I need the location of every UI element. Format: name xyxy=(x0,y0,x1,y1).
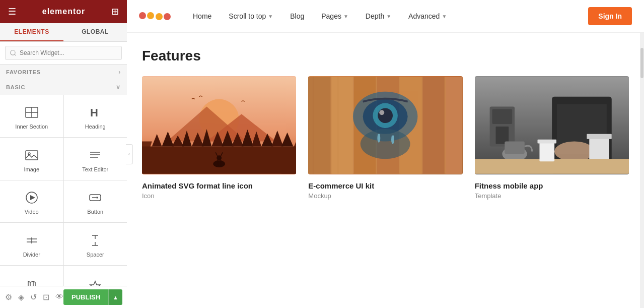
widget-text-editor[interactable]: Text Editor xyxy=(64,138,127,180)
basic-label: BASIC xyxy=(6,84,25,90)
search-input[interactable] xyxy=(5,46,122,60)
card-2-title: E-commerce UI kit xyxy=(308,181,462,190)
image-icon xyxy=(24,147,40,163)
favorites-header[interactable]: FAVORITES › xyxy=(0,65,127,80)
card-3-illustration xyxy=(475,76,629,174)
logo-dots xyxy=(139,12,171,20)
svg-rect-48 xyxy=(220,160,222,165)
advanced-arrow: ▼ xyxy=(442,14,447,19)
svg-text:H: H xyxy=(90,106,98,119)
svg-rect-74 xyxy=(495,127,509,144)
svg-rect-73 xyxy=(492,109,512,124)
svg-rect-76 xyxy=(505,142,525,154)
nav-scroll-to-top[interactable]: Scroll to top ▼ xyxy=(222,8,280,24)
logo-dot-4 xyxy=(164,13,171,20)
svg-point-66 xyxy=(380,110,385,115)
card-2-image xyxy=(308,76,462,174)
pages-arrow: ▼ xyxy=(343,14,348,19)
widget-spacer-label: Spacer xyxy=(87,252,104,258)
main-content: Home Scroll to top ▼ Blog Pages ▼ Depth … xyxy=(127,0,644,308)
svg-point-46 xyxy=(213,160,225,167)
publish-arrow-button[interactable]: ▲ xyxy=(108,289,122,305)
scrollbar-track[interactable] xyxy=(640,33,644,308)
widget-button[interactable]: Button xyxy=(64,180,127,223)
svg-rect-58 xyxy=(423,77,445,174)
widget-spacer[interactable]: Spacer xyxy=(64,223,127,265)
nav-bar: Home Scroll to top ▼ Blog Pages ▼ Depth … xyxy=(127,0,644,33)
widget-inner-section-label: Inner Section xyxy=(15,124,48,130)
features-title: Features xyxy=(142,48,629,64)
nav-depth[interactable]: Depth ▼ xyxy=(359,8,398,24)
svg-marker-10 xyxy=(30,195,35,200)
nav-advanced[interactable]: Advanced ▼ xyxy=(401,8,454,24)
tab-global[interactable]: Global xyxy=(63,23,127,41)
favorites-label: FAVORITES xyxy=(6,69,41,75)
card-2-illustration xyxy=(308,76,462,174)
logo-dot-3 xyxy=(156,13,163,20)
svg-rect-78 xyxy=(587,134,611,139)
grid-icon[interactable]: ⊞ xyxy=(111,6,119,17)
logo-dot-1 xyxy=(139,12,146,19)
inner-section-icon xyxy=(24,104,40,120)
card-1[interactable]: Animated SVG format line icon Icon xyxy=(142,76,296,200)
widget-inner-section[interactable]: Inner Section xyxy=(0,95,63,137)
hamburger-icon[interactable]: ☰ xyxy=(8,6,16,17)
svg-point-65 xyxy=(378,108,393,123)
svg-rect-80 xyxy=(539,142,554,162)
favorites-chevron: › xyxy=(118,69,121,76)
scrollbar-thumb[interactable] xyxy=(640,48,643,78)
text-editor-icon xyxy=(87,147,103,163)
search-bar xyxy=(0,42,127,65)
settings-icon[interactable]: ⚙ xyxy=(5,292,12,302)
nav-pages[interactable]: Pages ▼ xyxy=(314,8,355,24)
svg-rect-81 xyxy=(537,140,556,144)
svg-point-71 xyxy=(554,142,594,162)
card-3[interactable]: Fitness mobile app Template xyxy=(475,76,629,200)
history-icon[interactable]: ↺ xyxy=(30,292,37,302)
basic-header[interactable]: BASIC ∨ xyxy=(0,80,127,95)
elementor-logo: elementor xyxy=(42,7,85,16)
sidebar-header: ☰ elementor ⊞ xyxy=(0,0,127,23)
card-1-illustration xyxy=(142,76,296,174)
scroll-to-top-arrow: ▼ xyxy=(268,14,273,19)
responsive-icon[interactable]: ⊡ xyxy=(43,292,49,302)
nav-blog[interactable]: Blog xyxy=(283,8,311,24)
bottom-toolbar: ⚙ ◈ ↺ ⊡ 👁 PUBLISH ▲ xyxy=(0,286,127,308)
widget-video-label: Video xyxy=(25,209,39,215)
page-content: Features xyxy=(127,33,644,308)
nav-home[interactable]: Home xyxy=(186,8,219,24)
card-1-title: Animated SVG format line icon xyxy=(142,181,296,190)
card-2-subtitle: Mockup xyxy=(308,192,462,200)
svg-rect-49 xyxy=(216,161,217,165)
svg-rect-54 xyxy=(332,77,353,174)
svg-rect-53 xyxy=(308,77,330,174)
nav-logo xyxy=(139,12,171,20)
svg-point-67 xyxy=(361,129,410,159)
video-icon xyxy=(24,190,40,206)
widget-image-label: Image xyxy=(24,166,39,172)
svg-marker-13 xyxy=(97,196,98,199)
widget-image[interactable]: Image xyxy=(0,138,63,180)
cards-grid: Animated SVG format line icon Icon xyxy=(142,76,629,200)
card-2[interactable]: E-commerce UI kit Mockup xyxy=(308,76,462,200)
widgets-grid: Inner Section H Heading Image Text Edito… xyxy=(0,95,127,308)
widget-heading[interactable]: H Heading xyxy=(64,95,127,137)
tab-elements[interactable]: Elements xyxy=(0,23,63,41)
preview-icon[interactable]: 👁 xyxy=(55,292,63,302)
widget-heading-label: Heading xyxy=(85,124,106,130)
collapse-handle[interactable]: ‹ xyxy=(126,144,133,164)
logo-dot-2 xyxy=(147,12,154,19)
bottom-toolbar-left: ⚙ ◈ ↺ ⊡ 👁 xyxy=(5,292,63,302)
widget-divider[interactable]: Divider xyxy=(0,223,63,265)
depth-arrow: ▼ xyxy=(386,14,391,19)
theme-icon[interactable]: ◈ xyxy=(18,292,24,302)
widget-video[interactable]: Video xyxy=(0,180,63,223)
sign-in-button[interactable]: Sign In xyxy=(588,7,632,25)
publish-button[interactable]: PUBLISH xyxy=(63,289,108,305)
button-icon xyxy=(87,190,103,206)
card-3-subtitle: Template xyxy=(475,192,629,200)
card-1-subtitle: Icon xyxy=(142,192,296,200)
card-3-title: Fitness mobile app xyxy=(475,181,629,190)
widget-text-editor-label: Text Editor xyxy=(82,166,108,172)
basic-chevron: ∨ xyxy=(116,84,121,91)
